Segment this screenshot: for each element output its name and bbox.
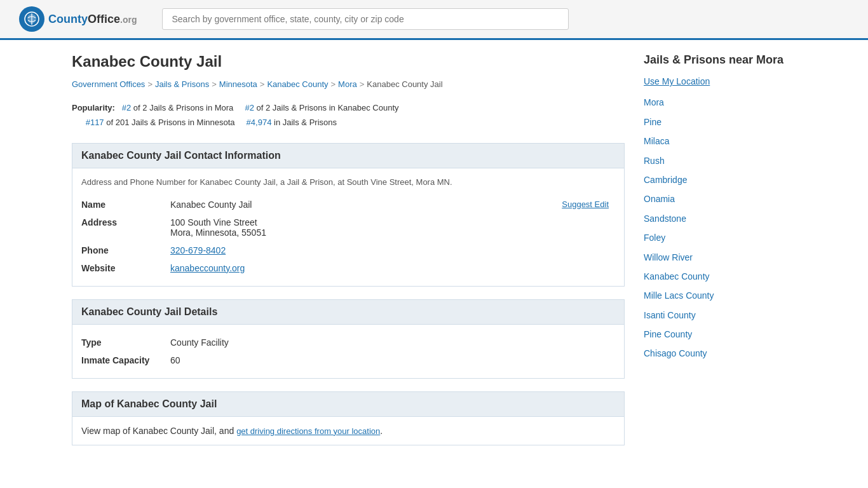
sidebar-links: MoraPineMilacaRushCambridgeOnamiaSandsto… bbox=[644, 93, 796, 363]
table-row: Type County Facility bbox=[81, 334, 615, 351]
table-row: Inmate Capacity 60 bbox=[81, 351, 615, 369]
contact-table: Name Kanabec County Jail Suggest Edit Ad… bbox=[81, 196, 615, 277]
suggest-edit-link[interactable]: Suggest Edit bbox=[562, 200, 609, 209]
sidebar-link[interactable]: Foley bbox=[644, 228, 796, 247]
popularity-rank1-text: of 2 Jails & Prisons in Mora bbox=[133, 103, 234, 112]
sidebar: Jails & Prisons near Mora Use My Locatio… bbox=[644, 53, 796, 458]
header: CountyOffice.org bbox=[0, 0, 868, 40]
phone-value: 320-679-8402 bbox=[170, 241, 615, 259]
page-title: Kanabec County Jail bbox=[72, 53, 625, 71]
map-section: Map of Kanabec County Jail View map of K… bbox=[72, 391, 625, 445]
popularity-rank4[interactable]: #4,974 bbox=[247, 118, 272, 127]
main-container: Kanabec County Jail Government Offices >… bbox=[53, 40, 815, 471]
map-section-header: Map of Kanabec County Jail bbox=[72, 391, 625, 417]
logo-text: CountyOffice.org bbox=[48, 13, 137, 26]
type-label: Type bbox=[81, 334, 170, 351]
type-value: County Facility bbox=[170, 334, 615, 351]
sidebar-link[interactable]: Sandstone bbox=[644, 209, 796, 228]
popularity-section: Popularity: #2 of 2 Jails & Prisons in M… bbox=[72, 100, 625, 130]
table-row: Website kanabeccounty.org bbox=[81, 259, 615, 277]
breadcrumb-link-mn[interactable]: Minnesota bbox=[219, 79, 257, 89]
map-section-content: View map of Kanabec County Jail, and get… bbox=[72, 417, 625, 445]
search-input[interactable] bbox=[162, 8, 569, 30]
sidebar-link[interactable]: Onamia bbox=[644, 189, 796, 208]
capacity-label: Inmate Capacity bbox=[81, 351, 170, 369]
details-section: Kanabec County Jail Details Type County … bbox=[72, 299, 625, 379]
contact-section: Kanabec County Jail Contact Information … bbox=[72, 143, 625, 287]
sidebar-link[interactable]: Chisago County bbox=[644, 344, 796, 363]
popularity-rank3[interactable]: #117 bbox=[86, 118, 104, 127]
capacity-value: 60 bbox=[170, 351, 615, 369]
website-link[interactable]: kanabeccounty.org bbox=[170, 263, 245, 273]
sidebar-link[interactable]: Mora bbox=[644, 93, 796, 112]
popularity-label: Popularity: bbox=[72, 103, 115, 112]
logo[interactable]: CountyOffice.org bbox=[19, 6, 137, 32]
breadcrumb-link-mora[interactable]: Mora bbox=[338, 79, 357, 89]
popularity-rank1[interactable]: #2 bbox=[122, 103, 131, 112]
breadcrumb-sep-5: > bbox=[360, 79, 365, 89]
website-label: Website bbox=[81, 259, 170, 277]
details-section-content: Type County Facility Inmate Capacity 60 bbox=[72, 325, 625, 379]
sidebar-link[interactable]: Milaca bbox=[644, 132, 796, 151]
search-bar bbox=[162, 8, 569, 30]
map-directions-link[interactable]: get driving directions from your locatio… bbox=[236, 426, 380, 436]
breadcrumb-link-kanabec[interactable]: Kanabec County bbox=[267, 79, 328, 89]
breadcrumb: Government Offices > Jails & Prisons > M… bbox=[72, 79, 625, 89]
details-table: Type County Facility Inmate Capacity 60 bbox=[81, 334, 615, 369]
sidebar-link[interactable]: Pine County bbox=[644, 325, 796, 344]
logo-icon bbox=[19, 6, 44, 32]
contact-section-header: Kanabec County Jail Contact Information bbox=[72, 143, 625, 168]
breadcrumb-sep-1: > bbox=[147, 79, 153, 89]
popularity-rank2-text: of 2 Jails & Prisons in Kanabec County bbox=[257, 103, 399, 112]
breadcrumb-sep-4: > bbox=[331, 79, 336, 89]
table-row: Phone 320-679-8402 bbox=[81, 241, 615, 259]
website-value: kanabeccounty.org bbox=[170, 259, 615, 277]
details-section-header: Kanabec County Jail Details bbox=[72, 299, 625, 325]
sidebar-link[interactable]: Pine bbox=[644, 112, 796, 132]
table-row: Address 100 South Vine Street Mora, Minn… bbox=[81, 214, 615, 241]
use-location-link[interactable]: Use My Location bbox=[644, 76, 796, 86]
phone-label: Phone bbox=[81, 241, 170, 259]
sidebar-link[interactable]: Cambridge bbox=[644, 170, 796, 189]
sidebar-title: Jails & Prisons near Mora bbox=[644, 53, 796, 67]
popularity-rank3-text: of 201 Jails & Prisons in Minnesota bbox=[106, 118, 234, 127]
popularity-rank4-text: in Jails & Prisons bbox=[274, 118, 337, 127]
contact-description: Address and Phone Number for Kanabec Cou… bbox=[81, 177, 615, 187]
name-label: Name bbox=[81, 196, 170, 214]
sidebar-link[interactable]: Kanabec County bbox=[644, 267, 796, 286]
breadcrumb-sep-2: > bbox=[212, 79, 217, 89]
sidebar-link[interactable]: Mille Lacs County bbox=[644, 286, 796, 305]
address-label: Address bbox=[81, 214, 170, 241]
popularity-rank2[interactable]: #2 bbox=[245, 103, 254, 112]
content: Kanabec County Jail Government Offices >… bbox=[72, 53, 625, 458]
map-description: View map of Kanabec County Jail, and get… bbox=[81, 426, 615, 436]
breadcrumb-sep-3: > bbox=[260, 79, 265, 89]
sidebar-link[interactable]: Rush bbox=[644, 151, 796, 170]
breadcrumb-current: Kanabec County Jail bbox=[367, 79, 442, 89]
contact-section-content: Address and Phone Number for Kanabec Cou… bbox=[72, 168, 625, 287]
address-value: 100 South Vine Street Mora, Minnesota, 5… bbox=[170, 214, 615, 241]
phone-link[interactable]: 320-679-8402 bbox=[170, 245, 226, 255]
name-value: Kanabec County Jail Suggest Edit bbox=[170, 196, 615, 214]
sidebar-link[interactable]: Isanti County bbox=[644, 306, 796, 325]
sidebar-link[interactable]: Willow River bbox=[644, 248, 796, 267]
breadcrumb-link-jails[interactable]: Jails & Prisons bbox=[155, 79, 209, 89]
table-row: Name Kanabec County Jail Suggest Edit bbox=[81, 196, 615, 214]
breadcrumb-link-gov[interactable]: Government Offices bbox=[72, 79, 145, 89]
